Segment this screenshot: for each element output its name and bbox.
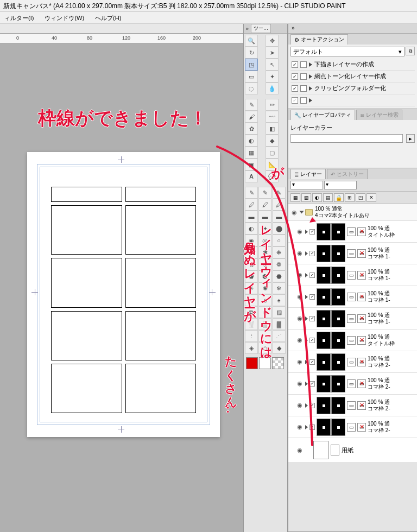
pencil-tool-icon[interactable]: ✏ bbox=[266, 99, 279, 111]
layer-row[interactable]: ✓ ▭ ▭ 100 % 通 コマ枠 2- bbox=[288, 395, 417, 416]
object-tool-icon[interactable]: ◳ bbox=[245, 59, 258, 71]
chevron-right-icon[interactable] bbox=[305, 251, 308, 256]
subtool-icon[interactable]: ⋰ bbox=[273, 330, 286, 342]
subtool-icon[interactable]: ▒ bbox=[258, 318, 271, 330]
subtool-icon[interactable]: ◉ bbox=[245, 235, 258, 246]
subtool-icon[interactable]: ⧉ bbox=[245, 306, 258, 318]
panel-1-1[interactable] bbox=[51, 205, 122, 255]
layer-btn-icon[interactable]: ▤ bbox=[323, 193, 333, 202]
decoration-tool-icon[interactable]: ✿ bbox=[245, 123, 258, 135]
checkbox-icon[interactable]: ✓ bbox=[309, 229, 315, 235]
subtool-icon[interactable]: 🖊 bbox=[273, 199, 286, 211]
menu-window[interactable]: ウィンドウ(W) bbox=[42, 13, 86, 22]
subtool-icon[interactable]: ✎ bbox=[273, 187, 286, 199]
chevron-right-icon[interactable] bbox=[305, 338, 308, 343]
subtool-icon[interactable]: ⬤ bbox=[273, 223, 286, 235]
subtool-icon[interactable]: 🖊 bbox=[258, 199, 271, 211]
subtool-icon[interactable]: ◇ bbox=[258, 342, 271, 354]
layer-color-input[interactable] bbox=[290, 134, 403, 143]
subtool-icon[interactable]: ✧ bbox=[245, 246, 258, 258]
layersearch-tab[interactable]: ≋ レイヤー検索 bbox=[356, 110, 402, 120]
text-tool-icon[interactable]: A bbox=[245, 170, 258, 182]
autoaction-tab[interactable]: ⚙ オートアクション bbox=[290, 34, 348, 45]
subtool-icon[interactable]: ⬟ bbox=[245, 270, 258, 282]
layer-row[interactable]: ✓ ▭ ▭ 100 % 通 コマ枠 1- bbox=[288, 286, 417, 308]
panel-title-1[interactable] bbox=[51, 187, 122, 202]
ruler-tool-icon[interactable]: 📐 bbox=[266, 159, 279, 170]
history-tab[interactable]: ↶ ヒストリー bbox=[327, 169, 368, 179]
autoaction-item[interactable]: ✓ 網点トーン化レイヤー作成 bbox=[290, 71, 415, 83]
chevron-right-icon[interactable] bbox=[305, 316, 308, 321]
layer-tab[interactable]: ≣ レイヤー bbox=[290, 169, 326, 179]
layer-btn-icon[interactable]: ◳ bbox=[356, 193, 365, 202]
visibility-icon[interactable] bbox=[296, 271, 304, 279]
subtool-icon[interactable]: ⧈ bbox=[258, 306, 271, 318]
chevron-right-icon[interactable] bbox=[305, 425, 308, 429]
layer-row[interactable]: ✓ ▭ ▭ 100 % 通 コマ枠 1- bbox=[288, 243, 417, 264]
visibility-icon[interactable] bbox=[296, 337, 304, 344]
panel-3-2[interactable] bbox=[125, 311, 197, 360]
checkbox-icon[interactable]: ✓ bbox=[309, 403, 315, 408]
autoaction-item[interactable]: ✓ クリッピングフォルダー化 bbox=[290, 83, 415, 94]
layer-row[interactable]: ✓ ▭ ▭ 100 % 通 タイトル枠 bbox=[288, 330, 417, 351]
panel-4-1[interactable] bbox=[51, 364, 122, 413]
marquee-tool-icon[interactable]: ▭ bbox=[245, 71, 258, 83]
subtool-icon[interactable]: ❋ bbox=[273, 246, 286, 258]
transparent-color[interactable] bbox=[272, 357, 284, 369]
pen-tool-icon[interactable]: ✎ bbox=[245, 99, 258, 111]
airbrush-tool-icon[interactable]: 〰 bbox=[266, 111, 279, 123]
frame-tool-icon[interactable]: ▣ bbox=[245, 159, 258, 170]
layer-btn-icon[interactable]: ✕ bbox=[367, 193, 376, 202]
checkbox-icon[interactable]: ✓ bbox=[309, 316, 315, 321]
blend-mode-select[interactable]: ▾ bbox=[290, 181, 323, 189]
background-color[interactable] bbox=[259, 357, 271, 369]
menu-filter[interactable]: ィルター(I) bbox=[2, 13, 36, 22]
subtool-icon[interactable]: ⋯ bbox=[258, 330, 271, 342]
canvas-paper[interactable] bbox=[27, 152, 220, 437]
opacity-select[interactable]: ▾ bbox=[324, 181, 357, 189]
layer-folder[interactable]: 100 % 通常 4コマ2本タイトルあり bbox=[288, 204, 417, 221]
subtool-icon[interactable]: ▬ bbox=[273, 211, 286, 223]
visibility-icon[interactable] bbox=[296, 446, 304, 454]
arrow-tool-icon[interactable]: ➤ bbox=[266, 47, 279, 59]
checkbox-icon[interactable]: ✓ bbox=[309, 251, 315, 256]
subtool-icon[interactable]: ✱ bbox=[258, 246, 271, 258]
balloon-tool-icon[interactable]: 💬 bbox=[266, 170, 279, 182]
layer-btn-icon[interactable]: ▦ bbox=[290, 193, 300, 202]
autoaction-item[interactable]: ✓ bbox=[290, 94, 415, 106]
move-tool-icon[interactable]: ✥ bbox=[266, 35, 279, 47]
subtool-icon[interactable]: ☀ bbox=[245, 282, 258, 294]
subtool-icon[interactable]: ❀ bbox=[258, 258, 271, 270]
layer-row[interactable]: ✓ ▭ ▭ 100 % 通 コマ枠 1- bbox=[288, 308, 417, 330]
eyedropper-tool-icon[interactable]: 💧 bbox=[266, 83, 279, 94]
subtool-icon[interactable]: ⬣ bbox=[273, 270, 286, 282]
wand-tool-icon[interactable]: ✦ bbox=[266, 71, 279, 83]
chevron-right-icon[interactable] bbox=[305, 382, 308, 386]
panel-2-2[interactable] bbox=[125, 258, 197, 307]
subtool-icon[interactable]: ▬ bbox=[245, 211, 258, 223]
subtool-icon[interactable]: 🖊 bbox=[245, 199, 258, 211]
rotate-tool-icon[interactable]: ↻ bbox=[245, 47, 258, 59]
paper-layer[interactable]: 用紙 bbox=[288, 438, 417, 462]
chevron-right-icon[interactable] bbox=[305, 273, 308, 277]
lock-icon[interactable] bbox=[334, 193, 344, 202]
zoom-tool-icon[interactable]: 🔍 bbox=[245, 35, 258, 47]
play-icon[interactable] bbox=[309, 62, 312, 67]
blend-tool-icon[interactable]: ◐ bbox=[245, 135, 258, 147]
shape-tool-icon[interactable]: ▢ bbox=[266, 147, 279, 159]
panel-3-1[interactable] bbox=[51, 311, 122, 360]
chevron-right-icon[interactable] bbox=[305, 295, 308, 299]
checkbox-icon[interactable]: ✓ bbox=[309, 294, 315, 300]
canvas-viewport[interactable] bbox=[0, 43, 243, 532]
chevron-right-icon[interactable] bbox=[305, 230, 308, 234]
subtool-icon[interactable]: ♠ bbox=[273, 294, 286, 306]
checkbox-icon[interactable]: ✓ bbox=[309, 381, 315, 387]
layer-row[interactable]: ✓ ▭ ▭ 100 % 通 コマ枠 2- bbox=[288, 373, 417, 395]
checkbox-icon[interactable]: ✓ bbox=[309, 425, 315, 430]
subtool-icon[interactable]: ▓ bbox=[273, 318, 286, 330]
visibility-icon[interactable] bbox=[296, 402, 304, 409]
subtool-icon[interactable]: ░ bbox=[245, 318, 258, 330]
subtool-icon[interactable]: ◎ bbox=[258, 235, 271, 246]
visibility-icon[interactable] bbox=[296, 315, 304, 322]
visibility-icon[interactable] bbox=[296, 380, 304, 388]
